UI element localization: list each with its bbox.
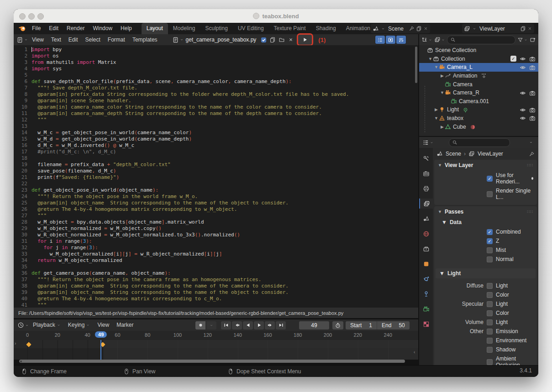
text-datablock-dropdown[interactable] [172,37,184,43]
outliner-row-camera-r[interactable]: ▼Camera_R [419,89,538,97]
hide-toggle[interactable] [520,64,526,71]
start-frame-field[interactable]: Start 1 [346,321,377,329]
prev-keyframe-button[interactable] [232,321,242,329]
line-numbers-toggle[interactable] [375,36,385,44]
open-text-button[interactable] [277,36,286,44]
checkbox-use-for-renderi-[interactable]: ✓ [487,176,493,182]
workspace-tab-texture-paint[interactable]: Texture Paint [269,23,311,34]
outliner-display-mode-dropdown[interactable] [421,37,432,43]
keying-set-dropdown[interactable] [206,321,216,329]
properties-tab-view-layer[interactable] [419,199,433,209]
outliner-row-teabox[interactable]: ▼teabox [419,114,538,123]
viewlayer-selector[interactable]: ViewLayer [462,24,534,33]
run-script-button[interactable] [298,35,312,45]
workspace-tab-layout[interactable]: Layout [142,23,168,34]
pin-icon[interactable] [409,26,415,31]
disclosure-right-icon[interactable]: ▶ [434,107,439,112]
checkbox-combined[interactable]: ✓ [487,229,493,235]
checkbox-ambient-occlusion[interactable] [487,359,493,365]
properties-tab-texture[interactable] [419,319,433,329]
properties-options-chevron-icon[interactable] [529,140,533,145]
properties-tab-render[interactable] [419,168,433,178]
disclosure-down-icon[interactable]: ▼ [434,65,439,69]
text-menu-format[interactable]: Format [104,34,129,45]
hide-toggle[interactable] [520,115,526,122]
disable-in-renders-toggle[interactable] [529,115,536,122]
menu-edit[interactable]: Edit [45,23,63,34]
current-frame-field[interactable]: 49 [299,321,329,329]
checkbox-color[interactable] [487,292,493,298]
disclosure-down-icon[interactable]: ▼ [440,90,445,95]
panel-grip[interactable]: ∷∷ [527,209,533,214]
region-collapse-chevron[interactable]: ‹ [414,350,415,355]
breadcrumb-viewlayer[interactable]: ViewLayer [478,151,503,157]
workspace-tab-modeling[interactable]: Modeling [168,23,200,34]
play-button[interactable] [254,321,264,329]
blender-logo-icon[interactable] [18,25,26,32]
next-keyframe-button[interactable] [265,321,275,329]
outliner-filter-dropdown[interactable] [517,37,528,43]
properties-tab-data[interactable] [419,304,433,314]
properties-tab-tool[interactable] [419,153,433,163]
hide-toggle[interactable] [520,106,526,113]
jump-end-button[interactable] [276,321,286,329]
timeline-menu-playback[interactable]: Playback [29,319,64,331]
timeline-ruler[interactable]: 020406080100120140160180200220240 [14,331,418,340]
remove-viewlayer-icon[interactable] [527,26,532,31]
disclosure-right-icon[interactable]: ▶ [440,125,445,129]
outliner-row-camera-l[interactable]: ▼Camera_L [419,63,538,72]
outliner-row-cube[interactable]: ▶Cube [419,122,538,131]
timeline-scrollbar[interactable] [19,360,405,363]
outliner-row-animation[interactable]: ▶Animation [419,72,538,80]
properties-tab-collection[interactable] [419,244,433,254]
text-menu-view[interactable]: View [28,34,47,45]
checkbox-environment[interactable] [487,338,493,344]
menu-window[interactable]: Window [89,23,116,34]
text-menu-edit[interactable]: Edit [65,34,82,45]
code-area[interactable]: 1import bpy2import os3from mathutils imp… [14,45,418,309]
passes-panel-header[interactable]: ▼ Passes ∷∷ [434,206,537,217]
properties-tab-constraints[interactable] [419,289,433,299]
checkbox-light[interactable] [487,283,493,289]
disable-in-renders-toggle[interactable] [529,55,536,62]
outliner-filter-type-dropdown[interactable] [434,37,445,43]
timeline-menu-view[interactable]: View [94,319,113,331]
checkbox-light[interactable] [487,301,493,307]
checkbox-emission[interactable] [487,329,493,335]
data-subpanel-header[interactable]: ▼ Data [434,217,537,227]
animate-dot[interactable] [531,177,534,180]
text-saved-status-toggle[interactable] [259,36,268,44]
editor-type-dropdown[interactable] [16,37,28,43]
workspace-tab-animation[interactable]: Animation [341,23,375,34]
hide-toggle[interactable] [520,55,526,62]
breadcrumb-scene[interactable]: Scene [446,151,461,157]
jump-start-button[interactable] [221,321,231,329]
current-frame-badge[interactable]: 49 [95,331,107,338]
panel-grip[interactable]: ∷∷ [527,163,533,167]
outliner-row-light[interactable]: ▶Light [419,105,538,114]
checkbox-mist[interactable] [487,247,493,253]
hide-toggle[interactable] [520,89,526,96]
menu-file[interactable]: File [28,23,45,34]
text-menu-select[interactable]: Select [82,34,104,45]
workspace-tab-sculpting[interactable]: Sculpting [200,23,233,34]
new-text-button[interactable] [268,36,277,44]
text-menu-templates[interactable]: Templates [129,34,161,45]
checkbox-color[interactable] [487,310,493,316]
checkbox-shadow[interactable] [487,347,493,353]
outliner-row-camera[interactable]: Camera [419,80,538,89]
properties-tab-scene[interactable] [419,214,433,224]
disable-in-renders-toggle[interactable] [529,106,536,113]
new-collection-icon[interactable] [530,37,536,43]
timeline-editor-type-dropdown[interactable] [17,322,29,329]
outliner-row-scene-collection[interactable]: Scene Collection [419,46,538,55]
exclude-checkbox[interactable]: ✓ [510,56,516,62]
disable-in-renders-toggle[interactable] [529,89,536,96]
disclosure-down-icon[interactable]: ▼ [434,116,439,120]
properties-tab-world[interactable] [419,229,433,239]
preview-range-button[interactable] [332,321,343,329]
new-scene-icon[interactable] [416,26,422,31]
dopesheet-channels[interactable] [14,340,418,360]
unlink-scene-icon[interactable] [423,26,428,31]
properties-tab-object[interactable] [419,259,433,269]
